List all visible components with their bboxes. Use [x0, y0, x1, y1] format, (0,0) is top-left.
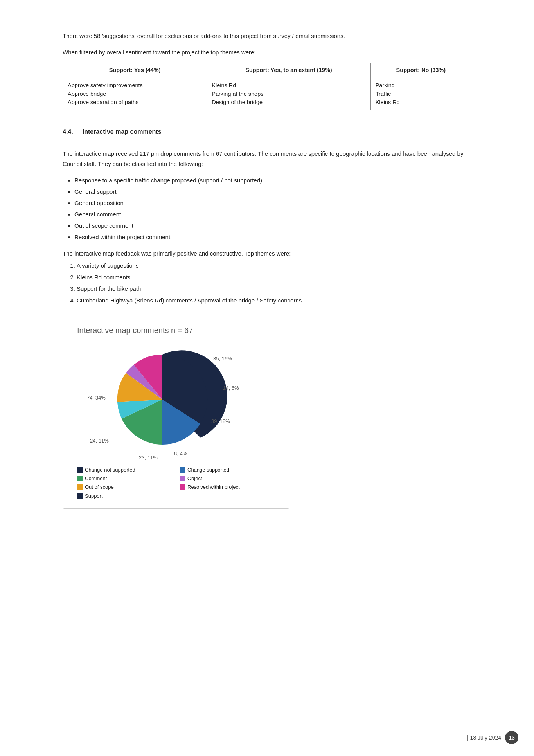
map-intro-text: The interactive map received 217 pin dro… — [63, 149, 471, 169]
numbered-item: A variety of suggestions — [77, 261, 471, 271]
legend-color-comment — [77, 476, 83, 481]
table-header-3: Support: No (33%) — [370, 63, 471, 78]
numbered-item: Cumberland Highwya (Briens Rd) comments … — [77, 295, 471, 306]
chart-title: Interactive map comments n = 67 — [77, 326, 275, 335]
chart-area: 35, 16% 14, 6% 39, 18% 8, 4% 23, 11% 24,… — [77, 339, 275, 460]
section-number: 4.4. — [63, 128, 73, 135]
legend-color-change-supported — [180, 467, 185, 473]
page-number: 13 — [505, 731, 518, 744]
table-header-2: Support: Yes, to an extent (19%) — [207, 63, 370, 78]
pie-chart-svg: 35, 16% 14, 6% 39, 18% 8, 4% 23, 11% 24,… — [78, 339, 274, 460]
table-cell-yes-extent: Kleins RdParking at the shopsDesign of t… — [207, 78, 370, 110]
list-item: Resolved within the project comment — [74, 232, 471, 242]
label-35-16: 35, 16% — [213, 356, 232, 362]
numbered-item: Support for the bike path — [77, 284, 471, 294]
legend-color-resolved — [180, 484, 185, 490]
table-cell-no: ParkingTrafficKleins Rd — [370, 78, 471, 110]
filter-text: When filtered by overall sentiment towar… — [63, 48, 471, 57]
table-header-1: Support: Yes (44%) — [63, 63, 207, 78]
legend-label-comment: Comment — [85, 475, 107, 482]
intro-text1: There were 58 'suggestions' overall for … — [63, 31, 471, 41]
sentiment-table: Support: Yes (44%) Support: Yes, to an e… — [63, 63, 471, 110]
list-item: General comment — [74, 210, 471, 219]
top-themes-intro: The interactive map feedback was primari… — [63, 249, 471, 258]
legend-label-support: Support — [85, 493, 103, 500]
label-39-18: 39, 18% — [211, 418, 230, 424]
legend-label-out-of-scope: Out of scope — [85, 484, 114, 491]
section-heading-row: 4.4. Interactive map comments — [63, 124, 471, 142]
list-item: General opposition — [74, 198, 471, 208]
bullet-list: Response to a specific traffic change pr… — [74, 176, 471, 242]
legend-grid: Change not supported Change supported Co… — [77, 466, 275, 500]
section-title: Interactive map comments — [83, 128, 162, 135]
legend-color-change-not-supported — [77, 467, 83, 473]
list-item: Response to a specific traffic change pr… — [74, 176, 471, 185]
legend-label-change-not-supported: Change not supported — [85, 466, 135, 473]
legend-label-resolved: Resolved within project — [187, 484, 240, 491]
numbered-item: Kleins Rd comments — [77, 272, 471, 283]
label-23-11: 23, 11% — [139, 455, 158, 460]
legend-color-object — [180, 476, 185, 481]
chart-container: Interactive map comments n = 67 — [63, 315, 289, 509]
list-item: Out of scope comment — [74, 221, 471, 230]
label-74-34: 74, 34% — [87, 395, 106, 401]
legend-item-3: Comment — [77, 475, 173, 482]
legend-item-6: Resolved within project — [180, 484, 275, 491]
legend-item-5: Out of scope — [77, 484, 173, 491]
label-24-11: 24, 11% — [90, 438, 109, 444]
label-8-4: 8, 4% — [174, 451, 187, 457]
list-item: General support — [74, 187, 471, 196]
table-row: Approve safety improvementsApprove bridg… — [63, 78, 471, 110]
table-cell-yes: Approve safety improvementsApprove bridg… — [63, 78, 207, 110]
legend-item-7: Support — [77, 493, 173, 500]
footer-bar: | 18 July 2024 13 — [467, 731, 518, 744]
legend-label-object: Object — [187, 475, 202, 482]
footer-date: | 18 July 2024 — [467, 734, 501, 741]
numbered-list: A variety of suggestions Kleins Rd comme… — [77, 261, 471, 305]
page: There were 58 'suggestions' overall for … — [0, 0, 534, 756]
legend-item-1: Change not supported — [77, 466, 173, 473]
legend-color-support — [77, 493, 83, 499]
legend-label-change-supported: Change supported — [187, 466, 229, 473]
legend-item-4: Object — [180, 475, 275, 482]
legend-color-out-of-scope — [77, 484, 83, 490]
legend-item-2: Change supported — [180, 466, 275, 473]
label-14-6: 14, 6% — [223, 385, 239, 391]
